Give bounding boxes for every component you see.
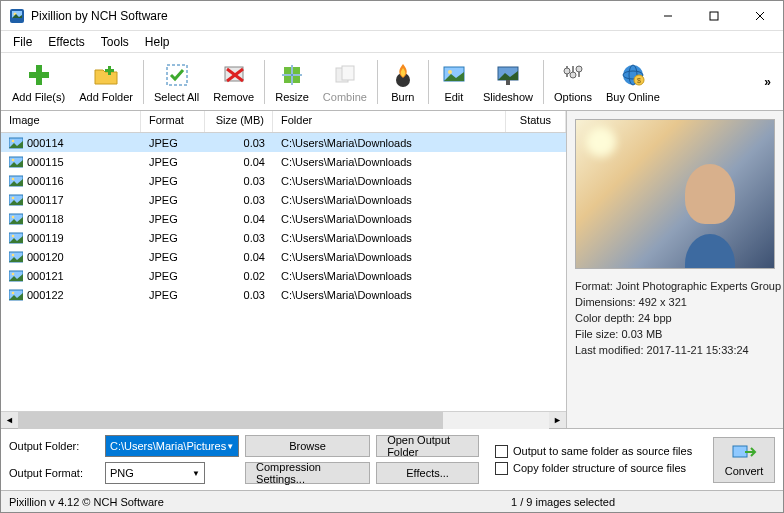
output-format-combo[interactable]: PNG▼ [105, 462, 205, 484]
meta-filesize-label: File size: [575, 328, 618, 340]
plus-icon [25, 61, 53, 89]
menu-file[interactable]: File [5, 33, 40, 51]
table-row[interactable]: 000121JPEG0.02C:\Users\Maria\Downloads [1, 266, 566, 285]
resize-icon [278, 61, 306, 89]
remove-button[interactable]: Remove [206, 55, 261, 109]
menu-help[interactable]: Help [137, 33, 178, 51]
options-button[interactable]: Options [547, 55, 599, 109]
output-format-label: Output Format: [9, 467, 99, 479]
column-status[interactable]: Status [506, 111, 566, 132]
globe-icon: $ [619, 61, 647, 89]
convert-button[interactable]: Convert [713, 437, 775, 483]
checkbox-icon [495, 462, 508, 475]
table-row[interactable]: 000115JPEG0.04C:\Users\Maria\Downloads [1, 152, 566, 171]
cell-status [506, 199, 566, 201]
cell-folder: C:\Users\Maria\Downloads [273, 155, 506, 169]
cell-folder: C:\Users\Maria\Downloads [273, 174, 506, 188]
browse-button[interactable]: Browse [245, 435, 370, 457]
select-all-icon [163, 61, 191, 89]
buy-online-button[interactable]: $ Buy Online [599, 55, 667, 109]
meta-dimensions-label: Dimensions: [575, 296, 636, 308]
scroll-thumb[interactable] [18, 412, 443, 429]
edit-icon [440, 61, 468, 89]
cell-status [506, 294, 566, 296]
cell-size: 0.04 [205, 250, 273, 264]
table-row[interactable]: 000122JPEG0.03C:\Users\Maria\Downloads [1, 285, 566, 304]
add-files-button[interactable]: Add File(s) [5, 55, 72, 109]
table-row[interactable]: 000114JPEG0.03C:\Users\Maria\Downloads [1, 133, 566, 152]
menu-effects[interactable]: Effects [40, 33, 92, 51]
chevron-down-icon: ▼ [192, 469, 200, 478]
open-output-folder-button[interactable]: Open Output Folder [376, 435, 479, 457]
cell-size: 0.03 [205, 288, 273, 302]
cell-image: 000120 [1, 250, 141, 264]
cell-folder: C:\Users\Maria\Downloads [273, 269, 506, 283]
meta-format-label: Format: [575, 280, 613, 292]
copy-folder-structure-checkbox[interactable]: Copy folder structure of source files [495, 462, 709, 475]
maximize-button[interactable] [691, 1, 737, 31]
column-image[interactable]: Image [1, 111, 141, 132]
minimize-button[interactable] [645, 1, 691, 31]
table-row[interactable]: 000118JPEG0.04C:\Users\Maria\Downloads [1, 209, 566, 228]
svg-rect-18 [293, 76, 300, 83]
svg-point-49 [12, 272, 15, 275]
svg-rect-16 [293, 67, 300, 74]
table-row[interactable]: 000116JPEG0.03C:\Users\Maria\Downloads [1, 171, 566, 190]
cell-image: 000115 [1, 155, 141, 169]
cell-size: 0.04 [205, 212, 273, 226]
table-row[interactable]: 000119JPEG0.03C:\Users\Maria\Downloads [1, 228, 566, 247]
meta-depth-label: Color depth: [575, 312, 635, 324]
combine-button: Combine [316, 55, 374, 109]
scroll-right-icon[interactable]: ► [549, 412, 566, 429]
output-folder-combo[interactable]: C:\Users\Maria\Pictures▼ [105, 435, 239, 457]
svg-rect-17 [284, 76, 291, 83]
table-row[interactable]: 000117JPEG0.03C:\Users\Maria\Downloads [1, 190, 566, 209]
preview-image [576, 120, 774, 268]
column-format[interactable]: Format [141, 111, 205, 132]
table-row[interactable]: 000120JPEG0.04C:\Users\Maria\Downloads [1, 247, 566, 266]
meta-dimensions: 492 x 321 [639, 296, 687, 308]
cell-format: JPEG [141, 136, 205, 150]
column-size[interactable]: Size (MB) [205, 111, 273, 132]
cell-image: 000117 [1, 193, 141, 207]
toolbar: Add File(s) Add Folder Select All Remove… [1, 53, 783, 111]
horizontal-scrollbar[interactable]: ◄ ► [1, 411, 566, 428]
svg-point-47 [12, 253, 15, 256]
cell-status [506, 142, 566, 144]
toolbar-separator [377, 60, 378, 104]
status-left: Pixillion v 4.12 © NCH Software [9, 496, 164, 508]
scroll-track[interactable] [18, 412, 549, 429]
svg-point-45 [12, 234, 15, 237]
list-header: Image Format Size (MB) Folder Status [1, 111, 566, 133]
cell-status [506, 237, 566, 239]
output-same-folder-checkbox[interactable]: Output to same folder as source files [495, 445, 709, 458]
slideshow-button[interactable]: Slideshow [476, 55, 540, 109]
compression-settings-button[interactable]: Compression Settings... [245, 462, 370, 484]
svg-point-41 [12, 196, 15, 199]
edit-button[interactable]: Edit [432, 55, 476, 109]
app-icon [9, 8, 25, 24]
convert-icon [731, 443, 757, 463]
status-bar: Pixillion v 4.12 © NCH Software 1 / 9 im… [1, 490, 783, 512]
file-list[interactable]: 000114JPEG0.03C:\Users\Maria\Downloads00… [1, 133, 566, 411]
svg-point-43 [12, 215, 15, 218]
svg-rect-4 [710, 12, 718, 20]
toolbar-overflow[interactable]: » [756, 75, 779, 89]
resize-button[interactable]: Resize [268, 55, 316, 109]
close-button[interactable] [737, 1, 783, 31]
column-folder[interactable]: Folder [273, 111, 506, 132]
svg-point-27 [570, 72, 576, 78]
cell-image: 000119 [1, 231, 141, 245]
scroll-left-icon[interactable]: ◄ [1, 412, 18, 429]
svg-point-37 [12, 158, 15, 161]
cell-status [506, 180, 566, 182]
toolbar-separator [143, 60, 144, 104]
select-all-button[interactable]: Select All [147, 55, 206, 109]
burn-button[interactable]: Burn [381, 55, 425, 109]
cell-folder: C:\Users\Maria\Downloads [273, 250, 506, 264]
svg-point-23 [448, 70, 452, 74]
add-folder-button[interactable]: Add Folder [72, 55, 140, 109]
menu-tools[interactable]: Tools [93, 33, 137, 51]
cell-folder: C:\Users\Maria\Downloads [273, 288, 506, 302]
effects-button[interactable]: Effects... [376, 462, 479, 484]
